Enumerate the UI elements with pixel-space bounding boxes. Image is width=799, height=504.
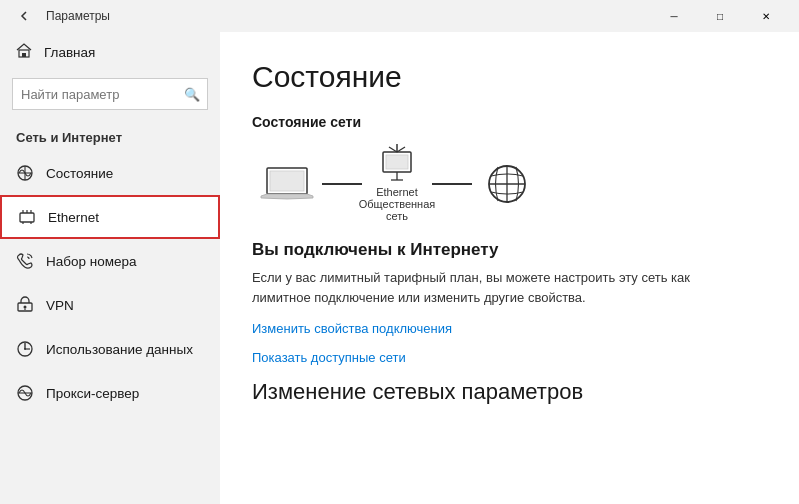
svg-rect-1 [22, 53, 26, 57]
svg-point-12 [24, 306, 27, 309]
svg-point-15 [24, 348, 26, 350]
sidebar-item-home[interactable]: Главная [0, 32, 220, 72]
sidebar-item-label: Набор номера [46, 254, 137, 269]
change-properties-link[interactable]: Изменить свойства подключения [252, 321, 767, 336]
network-line-1 [322, 183, 362, 185]
laptop-device [252, 166, 322, 202]
network-status-heading: Состояние сети [252, 114, 767, 130]
sidebar-item-vpn[interactable]: VPN [0, 283, 220, 327]
proxy-icon [16, 384, 34, 402]
sidebar-item-data-usage[interactable]: Использование данных [0, 327, 220, 371]
home-label: Главная [44, 45, 95, 60]
maximize-button[interactable]: □ [697, 0, 743, 32]
close-button[interactable]: ✕ [743, 0, 789, 32]
search-icon: 🔍 [184, 87, 200, 102]
svg-rect-5 [20, 213, 34, 222]
home-icon [16, 42, 32, 62]
router-icon [373, 146, 421, 182]
data-usage-icon [16, 340, 34, 358]
laptop-icon [263, 166, 311, 202]
ethernet-icon [18, 208, 36, 226]
content-area: Состояние Состояние сети [220, 32, 799, 504]
vpn-icon [16, 296, 34, 314]
sidebar-item-label: Состояние [46, 166, 113, 181]
svg-rect-21 [386, 155, 408, 169]
connected-title: Вы подключены к Интернету [252, 240, 767, 260]
sidebar-item-dialup[interactable]: Набор номера [0, 239, 220, 283]
main-layout: Главная 🔍 Сеть и Интернет Состояние [0, 32, 799, 504]
dialup-icon [16, 252, 34, 270]
connected-description: Если у вас лимитный тарифный план, вы мо… [252, 268, 712, 307]
network-diagram: Ethernet Общественная сеть [252, 146, 767, 222]
sidebar-section-title: Сеть и Интернет [0, 122, 220, 151]
sidebar-item-ethernet[interactable]: Ethernet [0, 195, 220, 239]
titlebar: Параметры ─ □ ✕ [0, 0, 799, 32]
router-device: Ethernet Общественная сеть [362, 146, 432, 222]
search-input[interactable] [12, 78, 208, 110]
sidebar-item-label: VPN [46, 298, 74, 313]
show-networks-link[interactable]: Показать доступные сети [252, 350, 767, 365]
sidebar-item-label: Ethernet [48, 210, 99, 225]
sidebar: Главная 🔍 Сеть и Интернет Состояние [0, 32, 220, 504]
ethernet-diagram-label: Ethernet Общественная сеть [359, 186, 436, 222]
network-line-2 [432, 183, 472, 185]
minimize-button[interactable]: ─ [651, 0, 697, 32]
search-container: 🔍 [12, 78, 208, 110]
internet-device [472, 166, 542, 202]
sidebar-item-label: Использование данных [46, 342, 193, 357]
page-title: Состояние [252, 60, 767, 94]
titlebar-title: Параметры [46, 9, 110, 23]
sidebar-item-proxy[interactable]: Прокси-сервер [0, 371, 220, 415]
sidebar-item-status[interactable]: Состояние [0, 151, 220, 195]
svg-rect-19 [270, 171, 304, 191]
back-button[interactable] [10, 2, 38, 30]
globe-icon [483, 166, 531, 202]
sidebar-item-label: Прокси-сервер [46, 386, 139, 401]
status-icon [16, 164, 34, 182]
window-controls: ─ □ ✕ [651, 0, 789, 32]
network-settings-heading: Изменение сетевых параметров [252, 379, 767, 405]
